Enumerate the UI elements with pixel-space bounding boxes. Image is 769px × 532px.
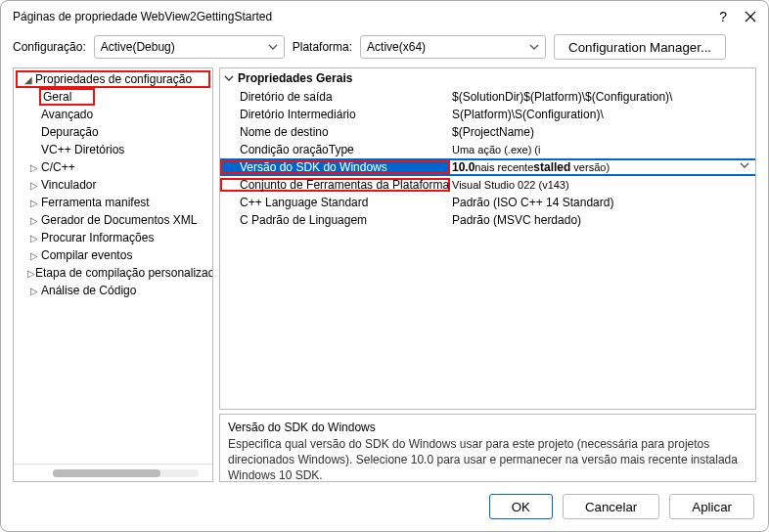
tree-item[interactable]: Geral [14,88,212,106]
scrollbar-thumb[interactable] [53,469,160,477]
chevron-down-icon [224,75,238,81]
tree-item[interactable]: ▷Procurar Informações [14,229,212,246]
window-title: Páginas de propriedade WebView2GettingSt… [13,10,719,23]
tree-item[interactable]: ▷Etapa de compilação personalizada [14,264,212,282]
tree-item-label: Avançado [41,108,93,121]
configuration-label: Configuração: [13,40,86,54]
tree-root-label: Propriedades de configuração [35,72,192,86]
property-pages-dialog: Páginas de propriedade WebView2GettingSt… [0,0,769,532]
property-name: C Padrão de Linguagem [220,213,450,227]
tree-item[interactable]: ▷Gerador de Documentos XML [14,211,212,229]
close-icon[interactable] [745,11,756,22]
description-panel: Versão do SDK do Windows Especifica qual… [219,414,756,482]
property-value[interactable]: Padrão (MSVC herdado) [450,213,755,227]
property-row[interactable]: C Padrão de LinguagemPadrão (MSVC herdad… [220,211,755,229]
chevron-down-icon [529,44,539,50]
tree-item[interactable]: ▷Vinculador [14,176,212,194]
configuration-manager-button[interactable]: Configuration Manager... [554,34,726,60]
tree-item[interactable]: ▷C/C++ [14,158,212,176]
property-row[interactable]: Nome de destino$(ProjectName) [220,123,755,141]
tree-item[interactable]: VC++ Diretórios [14,141,212,158]
grid-section-label: Propriedades Gerais [238,71,352,85]
property-row[interactable]: Diretório de saída$(SolutionDir)$(Platfo… [220,88,755,106]
configuration-value: Active(Debug) [101,40,175,54]
property-value[interactable]: 10.0nais recentestalled versão) [450,160,755,174]
property-value[interactable]: $(ProjectName) [450,125,755,139]
tree-item[interactable]: ▷Análise de Código [14,282,212,299]
tree-item-label: Ferramenta manifest [41,196,150,209]
property-row[interactable]: Diretório IntermediárioS(Platform)\S(Con… [220,106,755,123]
expander-closed-icon: ▷ [27,198,41,208]
tree-item-label: Procurar Informações [41,231,154,244]
help-icon[interactable]: ? [719,9,727,24]
tree-item-label: Depuração [41,125,99,139]
expander-closed-icon: ▷ [27,215,41,226]
property-grid: Propriedades Gerais Diretório de saída$(… [219,67,756,410]
property-name: Conjunto de Ferramentas da Plataforma [220,178,450,192]
tree-item[interactable]: Depuração [14,123,212,141]
description-text: Especifica qual versão do SDK do Windows… [228,436,747,482]
expander-closed-icon: ▷ [27,162,41,173]
config-row: Configuração: Active(Debug) Plataforma: … [1,30,768,67]
property-name: C++ Language Standard [220,196,450,209]
expander-closed-icon: ▷ [27,180,41,191]
tree-item-label: Etapa de compilação personalizada [35,266,212,280]
tree-item-label: Compilar eventos [41,248,132,262]
property-value[interactable]: Uma ação (.exe) (i [450,144,755,155]
tree-item-label: Vinculador [41,178,96,192]
dialog-footer: OK Cancelar Aplicar [1,490,768,531]
chevron-down-icon [268,44,278,50]
tree-item-label: C/C++ [41,160,75,174]
tree-item-label: VC++ Diretórios [41,143,124,156]
property-name: Diretório de saída [220,90,450,104]
property-value[interactable]: Padrão (ISO C++ 14 Standard) [450,196,755,209]
cancel-button[interactable]: Cancelar [563,494,659,519]
chevron-down-icon [740,162,749,168]
property-row[interactable]: Conjunto de Ferramentas da PlataformaVis… [220,176,755,194]
titlebar: Páginas de propriedade WebView2GettingSt… [1,1,768,30]
tree-item-label: Análise de Código [41,284,136,297]
expander-closed-icon: ▷ [27,233,41,244]
expander-closed-icon: ▷ [27,286,41,296]
tree-item-label: Gerador de Documentos XML [41,213,197,227]
platform-value: Active(x64) [367,40,426,54]
expander-closed-icon: ▷ [27,250,41,261]
property-row[interactable]: Condição oraçãoTypeUma ação (.exe) (i [220,141,755,158]
property-value[interactable]: Visual Studio 022 (v143) [450,179,755,191]
nav-tree: ◢ Propriedades de configuração GeralAvan… [13,67,213,482]
tree-root[interactable]: ◢ Propriedades de configuração [16,70,210,88]
description-title: Versão do SDK do Windows [228,421,747,434]
expander-closed-icon: ▷ [27,268,35,279]
property-value[interactable]: S(Platform)\S(Configuration)\ [450,108,755,121]
tree-item[interactable]: Avançado [14,106,212,123]
property-name: Diretório Intermediário [220,108,450,121]
tree-item[interactable]: ▷Compilar eventos [14,246,212,264]
tree-item[interactable]: ▷Ferramenta manifest [14,194,212,211]
platform-label: Plataforma: [293,40,352,54]
property-value[interactable]: $(SolutionDir)$(Platform)\$(Configuratio… [450,90,755,104]
property-name: Nome de destino [220,125,450,139]
property-row[interactable]: Versão do SDK do Windows10.0nais recente… [220,158,755,176]
grid-section-header[interactable]: Propriedades Gerais [220,68,755,88]
property-row[interactable]: C++ Language StandardPadrão (ISO C++ 14 … [220,194,755,211]
expander-open-icon: ◢ [22,74,35,85]
property-name: Versão do SDK do Windows [220,160,450,174]
apply-button[interactable]: Aplicar [669,494,754,519]
configuration-combo[interactable]: Active(Debug) [94,35,285,59]
ok-button[interactable]: OK [489,494,553,519]
tree-item-label: Geral [39,88,95,106]
platform-combo[interactable]: Active(x64) [360,35,546,59]
property-name: Condição oraçãoType [220,143,450,156]
horizontal-scrollbar[interactable] [14,464,212,481]
